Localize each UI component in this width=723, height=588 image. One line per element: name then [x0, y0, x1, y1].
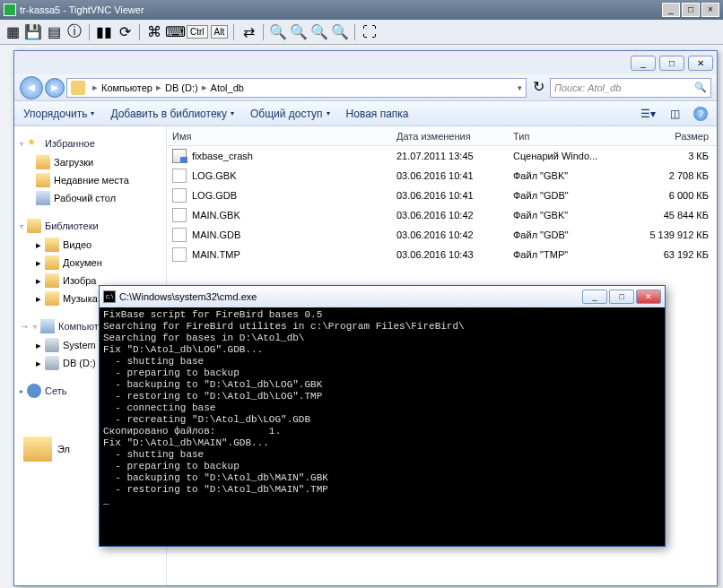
- zoom-auto-icon[interactable]: 🔍: [331, 23, 349, 41]
- cmd-minimize-button[interactable]: _: [582, 290, 607, 304]
- close-button[interactable]: ×: [701, 3, 719, 17]
- new-conn-icon[interactable]: ▦: [4, 23, 22, 41]
- organize-menu[interactable]: Упорядочить▾: [23, 108, 94, 120]
- file-icon: [172, 188, 187, 203]
- file-name: MAIN.GBK: [192, 210, 240, 220]
- pause-icon[interactable]: ▮▮: [95, 23, 113, 41]
- col-type[interactable]: Тип: [508, 131, 624, 142]
- info-icon[interactable]: ⓘ: [65, 23, 83, 41]
- sidebar-item-video[interactable]: ▸Видео: [18, 236, 162, 254]
- cmd-output: FixBase script for FireBird bases 0.5 Se…: [100, 307, 665, 546]
- cmd-window: c:\ C:\Windows\system32\cmd.exe _ □ ✕ Fi…: [99, 285, 666, 547]
- file-icon: [172, 208, 187, 222]
- new-folder-button[interactable]: Новая папка: [346, 108, 409, 120]
- file-row[interactable]: MAIN.TMP03.06.2016 10:43Файл "TMP"63 192…: [167, 245, 717, 264]
- chevron-right-icon: ▸: [92, 82, 98, 93]
- explorer-toolbar: Упорядочить▾ Добавить в библиотеку▾ Общи…: [14, 101, 717, 126]
- col-size[interactable]: Размер: [624, 131, 714, 142]
- crumb-drive[interactable]: DB (D:): [165, 82, 198, 93]
- ctrl-key[interactable]: Ctrl: [187, 25, 208, 39]
- status-elements: Эл: [57, 444, 70, 454]
- crumb-folder[interactable]: Atol_db: [211, 82, 244, 93]
- cmd-title-text: C:\Windows\system32\cmd.exe: [119, 291, 257, 302]
- save-icon[interactable]: 💾: [24, 23, 42, 41]
- fullscreen-icon[interactable]: ⛶: [361, 23, 379, 41]
- zoom-100-icon[interactable]: 🔍: [310, 23, 328, 41]
- refresh-button[interactable]: ↻: [528, 78, 548, 98]
- file-row[interactable]: LOG.GDB03.06.2016 10:41Файл "GDB"6 000 К…: [167, 186, 717, 205]
- minimize-button[interactable]: _: [662, 3, 680, 17]
- file-type: Файл "GBK": [508, 170, 624, 181]
- sidebar-item-documents[interactable]: ▸Докумен: [18, 254, 162, 272]
- file-type: Сценарий Windo...: [508, 151, 624, 161]
- preview-pane-icon[interactable]: ◫: [666, 106, 683, 122]
- file-name: fixbase_crash: [192, 151, 253, 161]
- file-size: 63 192 КБ: [624, 249, 714, 260]
- options-icon[interactable]: ▤: [45, 23, 63, 41]
- breadcrumb-dropdown-icon[interactable]: ▾: [518, 83, 522, 92]
- sidebar-item-recent[interactable]: Недавние места: [18, 171, 162, 189]
- file-date: 03.06.2016 10:42: [391, 229, 508, 240]
- cmd-icon: c:\: [103, 290, 116, 303]
- file-row[interactable]: LOG.GBK03.06.2016 10:41Файл "GBK"2 708 К…: [167, 166, 717, 186]
- file-name: MAIN.TMP: [192, 249, 240, 260]
- refresh-icon[interactable]: ⟳: [116, 23, 134, 41]
- exp-close-button[interactable]: ✕: [688, 56, 713, 71]
- file-row[interactable]: fixbase_crash21.07.2011 13:45Сценарий Wi…: [167, 146, 717, 166]
- share-menu[interactable]: Общий доступ▾: [250, 108, 330, 120]
- chevron-right-icon: ▸: [202, 82, 207, 93]
- cad-icon[interactable]: ⌘: [145, 23, 163, 41]
- add-to-library-menu[interactable]: Добавить в библиотеку▾: [110, 108, 234, 120]
- exp-minimize-button[interactable]: _: [631, 56, 656, 71]
- file-type: Файл "GDB": [508, 190, 624, 201]
- exp-maximize-button[interactable]: □: [659, 56, 684, 71]
- file-row[interactable]: MAIN.GDB03.06.2016 10:42Файл "GDB"5 139 …: [167, 225, 717, 245]
- cmd-close-button[interactable]: ✕: [636, 290, 661, 304]
- help-icon[interactable]: ?: [693, 107, 708, 121]
- column-headers: Имя Дата изменения Тип Размер: [167, 126, 717, 146]
- col-name[interactable]: Имя: [167, 131, 391, 142]
- folder-large-icon: [23, 437, 52, 462]
- file-icon: [172, 228, 187, 242]
- alt-key[interactable]: Alt: [211, 25, 229, 39]
- forward-button[interactable]: ►: [45, 78, 65, 98]
- file-date: 03.06.2016 10:41: [391, 170, 508, 181]
- file-type: Файл "TMP": [508, 249, 624, 260]
- vnc-titlebar: tr-kassa5 - TightVNC Viewer _ □ ×: [0, 0, 723, 20]
- chevron-right-icon: ▸: [156, 82, 161, 93]
- key-icon[interactable]: ⌨: [166, 23, 184, 41]
- zoom-in-icon[interactable]: 🔍: [269, 23, 287, 41]
- search-input[interactable]: Поиск: Atol_db 🔍: [550, 78, 711, 98]
- sidebar-item-downloads[interactable]: Загрузки: [18, 153, 162, 171]
- maximize-button[interactable]: □: [682, 3, 700, 17]
- view-mode-icon[interactable]: ☰▾: [640, 106, 656, 122]
- col-date[interactable]: Дата изменения: [391, 131, 508, 142]
- breadcrumb[interactable]: ▸ Компьютер ▸ DB (D:) ▸ Atol_db ▾: [66, 78, 527, 98]
- transfer-icon[interactable]: ⇄: [240, 23, 257, 41]
- sidebar-favorites[interactable]: ▿★Избранное: [18, 134, 162, 153]
- file-date: 03.06.2016 10:43: [391, 249, 508, 260]
- file-icon: [172, 247, 187, 262]
- file-size: 6 000 КБ: [624, 190, 714, 201]
- search-placeholder: Поиск: Atol_db: [554, 82, 621, 93]
- file-row[interactable]: MAIN.GBK03.06.2016 10:42Файл "GBK"45 844…: [167, 205, 717, 225]
- file-date: 03.06.2016 10:41: [391, 190, 508, 201]
- file-size: 5 139 912 КБ: [624, 229, 714, 240]
- explorer-titlebar: _ □ ✕: [14, 51, 717, 74]
- vnc-icon: [4, 4, 16, 16]
- cmd-titlebar[interactable]: c:\ C:\Windows\system32\cmd.exe _ □ ✕: [100, 286, 665, 307]
- sidebar-item-desktop[interactable]: Рабочий стол: [18, 189, 162, 207]
- file-size: 3 КБ: [624, 151, 714, 161]
- sidebar-libraries[interactable]: ▿Библиотеки: [18, 216, 162, 236]
- crumb-computer[interactable]: Компьютер: [101, 82, 152, 93]
- zoom-out-icon[interactable]: 🔍: [290, 23, 308, 41]
- cmd-maximize-button[interactable]: □: [609, 290, 634, 304]
- back-button[interactable]: ◄: [20, 76, 43, 99]
- file-type: Файл "GDB": [508, 229, 624, 240]
- file-size: 2 708 КБ: [624, 170, 714, 181]
- file-name: LOG.GDB: [192, 190, 237, 201]
- vnc-title-text: tr-kassa5 - TightVNC Viewer: [20, 4, 144, 15]
- file-date: 03.06.2016 10:42: [391, 210, 508, 220]
- file-icon: [172, 169, 187, 183]
- file-date: 21.07.2011 13:45: [391, 151, 508, 161]
